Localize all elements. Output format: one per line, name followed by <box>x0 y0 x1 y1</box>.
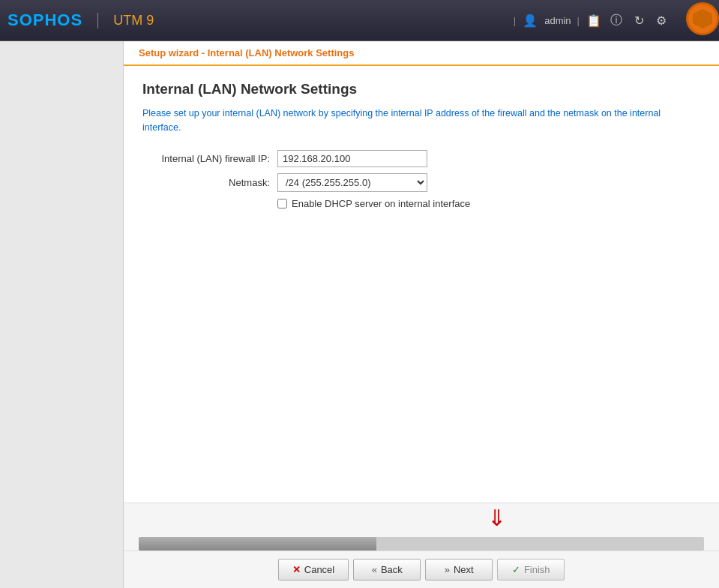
cancel-icon: ✕ <box>292 564 301 575</box>
progress-track <box>139 537 704 550</box>
progress-fill <box>139 537 376 550</box>
breadcrumb: Setup wizard - Internal (LAN) Network Se… <box>124 41 719 66</box>
finish-label: Finish <box>524 564 550 575</box>
back-arrow-icon: « <box>372 564 377 575</box>
logo: SOPHOS <box>7 10 82 30</box>
red-arrow-container: ⇓ <box>124 503 719 530</box>
help-icon[interactable]: ⓘ <box>608 12 625 28</box>
page-content: Internal (LAN) Network Settings Please s… <box>124 66 719 502</box>
red-arrow-icon: ⇓ <box>487 507 506 530</box>
sophos-logo-text: SOPHOS <box>7 10 82 29</box>
back-label: Back <box>381 564 403 575</box>
netmask-row: Netmask: /24 (255.255.255.0) /8 (255.0.0… <box>142 173 700 192</box>
content-area: Setup wizard - Internal (LAN) Network Se… <box>124 41 719 588</box>
dhcp-row: Enable DHCP server on internal interface <box>277 198 700 209</box>
header-right: | 👤 admin | 📋 ⓘ ↻ ⚙ <box>514 12 712 28</box>
footer-buttons: ✕ Cancel « Back » Next ✓ Finish <box>124 550 719 588</box>
settings-icon[interactable]: ⚙ <box>653 12 670 28</box>
header-separator: | <box>514 15 516 26</box>
refresh-icon[interactable]: ↻ <box>631 12 647 28</box>
main-layout: Setup wizard - Internal (LAN) Network Se… <box>0 41 719 588</box>
firewall-ip-row: Internal (LAN) firewall IP: <box>142 150 700 167</box>
bottom-area: ⇓ ✕ Cancel « Back » Ne <box>124 502 719 588</box>
header: SOPHOS UTM 9 | 👤 admin | 📋 ⓘ ↻ ⚙ <box>0 0 719 41</box>
sidebar <box>0 41 124 588</box>
dhcp-checkbox[interactable] <box>277 199 287 208</box>
firewall-ip-label: Internal (LAN) firewall IP: <box>142 153 277 164</box>
finish-button[interactable]: ✓ Finish <box>497 559 565 580</box>
next-label: Next <box>454 564 474 575</box>
netmask-select[interactable]: /24 (255.255.255.0) /8 (255.0.0.0) /16 (… <box>277 173 427 192</box>
progress-bar-container <box>124 530 719 550</box>
next-button[interactable]: » Next <box>425 559 493 580</box>
cancel-label: Cancel <box>304 564 334 575</box>
back-button[interactable]: « Back <box>353 559 421 580</box>
finish-check-icon: ✓ <box>512 564 520 575</box>
clipboard-icon[interactable]: 📋 <box>586 12 602 28</box>
page-description: Please set up your internal (LAN) networ… <box>142 106 700 135</box>
dhcp-label: Enable DHCP server on internal interface <box>292 198 470 209</box>
next-arrow-icon: » <box>445 564 450 575</box>
page-title: Internal (LAN) Network Settings <box>142 81 700 98</box>
hexagon-logo <box>693 9 712 28</box>
username-label: admin <box>544 15 571 26</box>
user-icon: 👤 <box>522 12 538 28</box>
product-title: UTM 9 <box>97 13 154 28</box>
netmask-label: Netmask: <box>142 177 277 188</box>
firewall-ip-input[interactable] <box>277 150 427 167</box>
pipe-separator: | <box>577 15 580 26</box>
avatar <box>686 2 719 35</box>
cancel-button[interactable]: ✕ Cancel <box>278 559 349 580</box>
